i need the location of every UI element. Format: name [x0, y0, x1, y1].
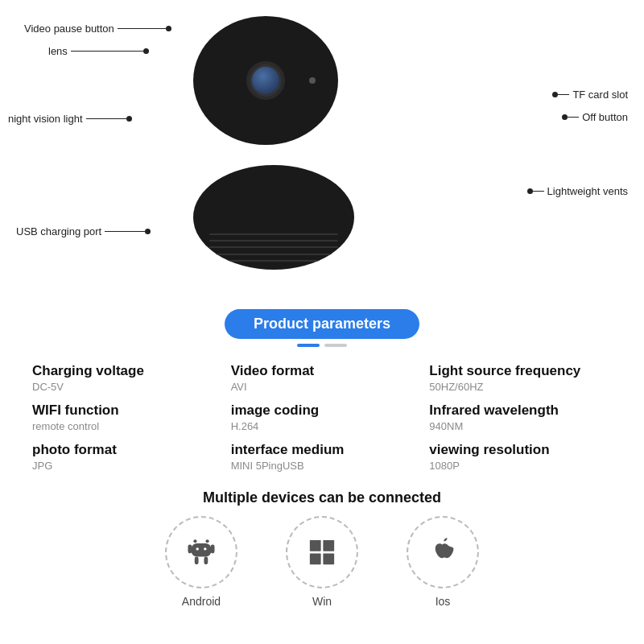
underline-gray [324, 344, 347, 347]
annotation-label: Off button [582, 111, 628, 123]
params-header-wrap: Product parameters [16, 309, 628, 339]
svg-rect-3 [188, 544, 192, 553]
param-item-video-format: Video format AVI [223, 358, 422, 398]
camera-bottom-view [193, 165, 354, 270]
annotation-line [558, 94, 569, 95]
param-label: interface medium [231, 442, 414, 458]
annotation-label: Video pause button [24, 23, 114, 35]
device-ios-label: Ios [436, 595, 451, 608]
annotation-label: Lightweight vents [547, 185, 628, 197]
param-value: 940NM [429, 420, 612, 432]
svg-rect-10 [323, 540, 334, 551]
param-value: JPG [32, 460, 215, 472]
svg-rect-12 [323, 553, 334, 564]
param-item-wifi: WIFI function remote control [24, 398, 223, 437]
param-item-infrared: Infrared wavelength 940NM [421, 398, 620, 437]
devices-title: Multiple devices can be connected [16, 489, 628, 506]
param-item-resolution: viewing resolution 1080P [421, 437, 620, 477]
param-label: Charging voltage [32, 363, 215, 379]
svg-point-0 [193, 539, 196, 543]
annotation-line [86, 118, 126, 119]
params-badge: Product parameters [225, 309, 419, 339]
param-item-interface: interface medium MINI 5PingUSB [223, 437, 422, 477]
svg-point-8 [204, 547, 206, 550]
annotation-lens: lens [48, 45, 149, 57]
android-icon [165, 516, 237, 588]
devices-section: Multiple devices can be connected Androi… [0, 485, 644, 608]
annotation-label: USB charging port [16, 225, 101, 237]
annotation-label: TF card slot [572, 89, 628, 101]
annotation-dot [145, 229, 151, 234]
param-value: 1080P [429, 460, 612, 472]
param-value: H.264 [231, 420, 414, 432]
vent-line [209, 246, 338, 248]
annotation-label: lens [48, 45, 68, 57]
underline-blue [297, 344, 320, 347]
annotation-label: night vision light [8, 113, 83, 125]
annotation-vents: Lightweight vents [527, 185, 628, 197]
annotation-dot [527, 188, 533, 194]
svg-rect-6 [204, 557, 208, 565]
apple-icon [407, 516, 479, 588]
params-grid: Charging voltage DC-5V Video format AVI … [16, 358, 628, 477]
windows-icon [286, 516, 358, 588]
device-android-label: Android [182, 595, 221, 608]
annotation-line [71, 51, 143, 52]
annotation-line [533, 191, 544, 192]
params-underline [16, 344, 628, 347]
annotation-night-vision: night vision light [8, 113, 132, 125]
device-win: Win [286, 516, 358, 608]
vent-lines [193, 225, 354, 270]
camera-top-view [193, 16, 338, 145]
device-win-label: Win [312, 595, 332, 608]
annotation-usb: USB charging port [16, 225, 151, 237]
annotation-line [105, 231, 145, 232]
camera-lens [250, 64, 282, 97]
device-android: Android [165, 516, 237, 608]
param-label: Video format [231, 363, 414, 379]
device-ios: Ios [407, 516, 479, 608]
param-label: Infrared wavelength [429, 402, 612, 419]
param-label: Light source frequency [429, 363, 612, 379]
param-item-image-coding: image coding H.264 [223, 398, 422, 437]
param-label: photo format [32, 442, 215, 458]
svg-point-1 [206, 539, 209, 543]
annotation-dot [562, 114, 568, 120]
annotation-dot [166, 26, 171, 31]
annotation-dot [143, 48, 149, 54]
annotation-off-button: Off button [562, 111, 628, 123]
svg-point-7 [196, 547, 198, 550]
param-label: image coding [231, 402, 414, 419]
annotation-video-pause: Video pause button [24, 23, 171, 35]
param-item-light-source: Light source frequency 50HZ/60HZ [421, 358, 620, 398]
vent-line [209, 254, 338, 255]
diagram-section: Video pause button lens night vision lig… [0, 0, 644, 306]
param-value: 50HZ/60HZ [429, 381, 612, 393]
annotation-dot [126, 116, 132, 122]
param-value: MINI 5PingUSB [231, 460, 414, 472]
svg-rect-5 [195, 557, 199, 565]
param-label: viewing resolution [429, 442, 612, 458]
param-item-photo-format: photo format JPG [24, 437, 223, 477]
annotation-line [118, 28, 166, 29]
annotation-dot [552, 92, 558, 97]
vent-line [209, 240, 338, 242]
svg-rect-2 [192, 543, 212, 557]
param-value: DC-5V [32, 381, 215, 393]
param-item-charging-voltage: Charging voltage DC-5V [24, 358, 223, 398]
annotation-tf-card: TF card slot [552, 89, 628, 101]
devices-row: Android Win Io [16, 516, 628, 608]
param-value: AVI [231, 381, 414, 393]
params-section: Product parameters Charging voltage DC-5… [0, 309, 644, 485]
svg-rect-4 [211, 544, 215, 553]
svg-rect-9 [310, 540, 321, 551]
vent-line [209, 260, 338, 262]
param-value: remote control [32, 420, 215, 432]
svg-rect-11 [310, 553, 321, 564]
annotation-line [568, 117, 579, 118]
vent-line [209, 233, 338, 235]
param-label: WIFI function [32, 402, 215, 419]
